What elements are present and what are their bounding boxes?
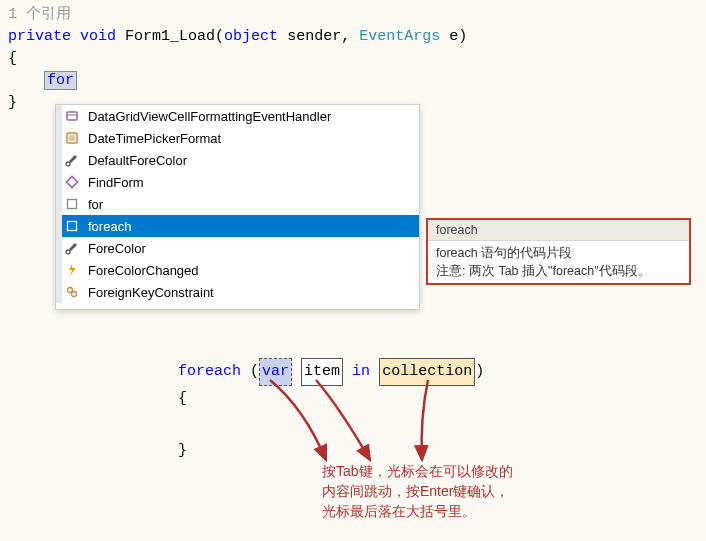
ac-item-datagridviewcellformattingeventhandler[interactable]: DataGridViewCellFormattingEventHandler [56,105,419,127]
expanded-snippet: foreach (var item in collection) { } [178,358,484,464]
ac-item-foreach[interactable]: foreach [56,215,419,237]
ac-label: FindForm [82,175,144,190]
ac-item-findform[interactable]: FindForm [56,171,419,193]
typed-text[interactable]: for [44,71,77,90]
hint-l3: 光标最后落在大括号里。 [322,501,513,521]
tooltip-title: foreach [428,220,689,241]
placeholder-item[interactable]: item [301,358,343,386]
autocomplete-popup[interactable]: DataGridViewCellFormattingEventHandlerDa… [55,104,420,310]
svg-rect-3 [66,176,77,187]
kw-object: object [224,28,278,45]
hint-l1: 按Tab键，光标会在可以修改的 [322,461,513,481]
hint-text: 按Tab键，光标会在可以修改的 内容间跳动，按Enter键确认， 光标最后落在大… [322,461,513,521]
kw-in: in [352,363,370,380]
placeholder-collection[interactable]: collection [379,358,475,386]
svg-rect-0 [67,112,77,120]
svg-point-7 [68,288,73,293]
hint-l2: 内容间跳动，按Enter键确认， [322,481,513,501]
property-icon [62,149,82,171]
ac-label: DateTimePickerFormat [82,131,221,146]
ac-label: for [82,197,103,212]
tooltip-line1: foreach 语句的代码片段 [436,244,681,262]
method-icon [62,171,82,193]
svg-rect-4 [68,200,77,209]
ac-label: DefaultForeColor [82,153,187,168]
param-sender: sender [287,28,341,45]
ac-item-defaultforecolor[interactable]: DefaultForeColor [56,149,419,171]
tooltip-line2: 注意: 两次 Tab 插入"foreach"代码段。 [436,262,681,280]
snippet-icon [62,215,82,237]
kw-private: private [8,28,71,45]
code-editor[interactable]: 1 个引用 private void Form1_Load(object sen… [8,4,467,114]
ac-label: ForeColorChanged [82,263,199,278]
ac-item-forecolorchanged[interactable]: ForeColorChanged [56,259,419,281]
snippet-icon [62,193,82,215]
property-icon [62,237,82,259]
svg-point-8 [72,292,77,297]
ac-label: ForeignKeyConstraint [82,285,214,300]
references-label: 1 个引用 [8,6,71,23]
ac-item-foreignkeyconstraint[interactable]: ForeignKeyConstraint [56,281,419,303]
enum-icon [62,127,82,149]
placeholder-var[interactable]: var [259,358,292,386]
brace-open: { [8,48,467,70]
ac-item-datetimepickerformat[interactable]: DateTimePickerFormat [56,127,419,149]
ac-label: DataGridViewCellFormattingEventHandler [82,109,331,124]
svg-rect-5 [68,222,77,231]
ac-item-forecolor[interactable]: ForeColor [56,237,419,259]
snippet-tooltip: foreach foreach 语句的代码片段 注意: 两次 Tab 插入"fo… [426,218,691,285]
method-name: Form1_Load [125,28,215,45]
ac-label: ForeColor [82,241,146,256]
svg-point-2 [66,162,70,166]
svg-point-6 [66,250,70,254]
event-icon [62,259,82,281]
kw-void: void [80,28,116,45]
param-e: e [449,28,458,45]
class-icon [62,281,82,303]
ac-label: foreach [82,219,131,234]
kw-foreach: foreach [178,363,241,380]
ac-item-for[interactable]: for [56,193,419,215]
delegate-icon [62,105,82,127]
type-eventargs: EventArgs [359,28,440,45]
